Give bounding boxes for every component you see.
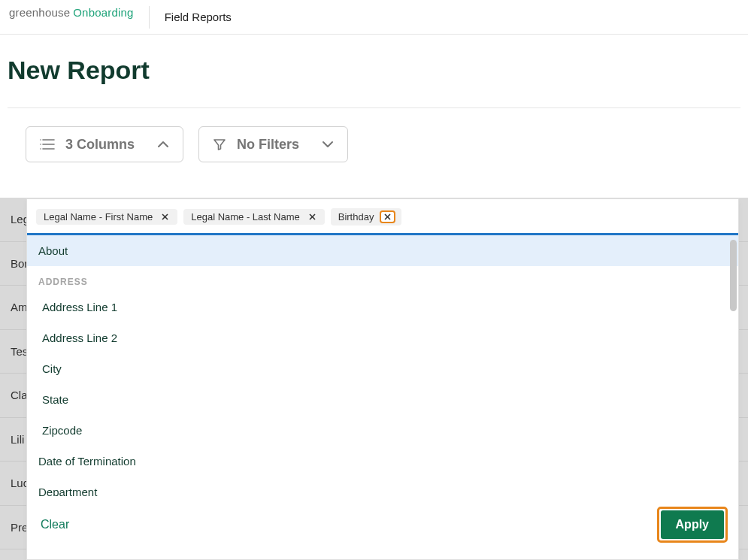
option-item[interactable]: State — [27, 384, 738, 415]
filters-button[interactable]: No Filters — [198, 126, 348, 162]
selected-chip: Birthday — [331, 208, 402, 226]
option-item[interactable]: Address Line 2 — [27, 322, 738, 353]
section-title[interactable]: Field Reports — [165, 11, 232, 23]
option-group-header: ADDRESS — [27, 266, 738, 292]
apply-highlight: Apply — [657, 507, 728, 543]
options-list[interactable]: AboutADDRESSAddress Line 1Address Line 2… — [27, 235, 738, 496]
columns-icon — [40, 138, 55, 150]
option-item[interactable]: Department — [27, 477, 738, 496]
scrollbar[interactable] — [730, 240, 737, 503]
logo[interactable]: greenhouse Onboarding — [9, 6, 150, 29]
apply-button[interactable]: Apply — [661, 510, 724, 539]
option-item[interactable]: Zipcode — [27, 415, 738, 446]
selected-chips-row: Legal Name - First NameLegal Name - Last… — [27, 199, 738, 235]
clear-button[interactable]: Clear — [38, 513, 72, 536]
app-header: greenhouse Onboarding Field Reports — [0, 0, 748, 35]
controls-bar: 3 Columns No Filters — [0, 108, 748, 180]
selected-chip: Legal Name - Last Name — [183, 209, 325, 225]
logo-right: Onboarding — [73, 6, 133, 19]
option-item[interactable]: About — [27, 235, 738, 266]
columns-label: 3 Columns — [65, 137, 135, 153]
filters-label: No Filters — [237, 137, 299, 153]
logo-left: greenhouse — [9, 6, 70, 19]
chevron-up-icon — [157, 141, 169, 148]
chip-remove-icon[interactable] — [159, 212, 171, 222]
panel-footer: Clear Apply — [27, 496, 738, 559]
chevron-down-icon — [322, 141, 334, 148]
chip-remove-icon[interactable] — [306, 212, 319, 222]
columns-button[interactable]: 3 Columns — [26, 126, 183, 162]
option-item[interactable]: Address Line 1 — [27, 292, 738, 322]
option-item[interactable]: City — [27, 353, 738, 384]
scrollbar-thumb[interactable] — [730, 240, 737, 311]
selected-chip: Legal Name - First Name — [36, 209, 177, 225]
chip-label: Birthday — [338, 211, 374, 222]
filter-icon — [213, 138, 226, 151]
page-title: New Report — [0, 35, 748, 107]
svg-marker-6 — [214, 140, 225, 150]
chip-remove-icon[interactable] — [380, 210, 395, 223]
option-item[interactable]: Date of Termination — [27, 446, 738, 477]
chip-label: Legal Name - Last Name — [191, 211, 300, 222]
column-picker-panel: Legal Name - First NameLegal Name - Last… — [26, 198, 739, 560]
chip-label: Legal Name - First Name — [44, 211, 153, 222]
